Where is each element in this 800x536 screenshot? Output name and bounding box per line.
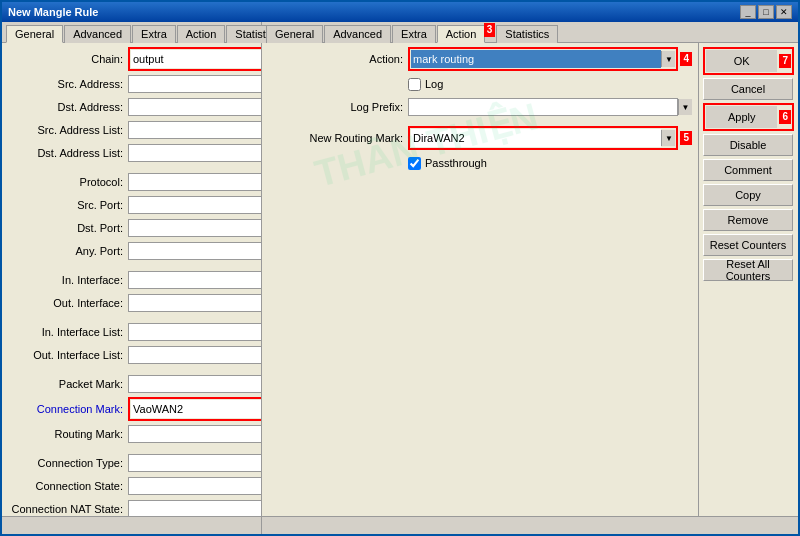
apply-row: Apply 6 <box>703 103 794 131</box>
log-label: Log <box>425 78 443 90</box>
new-routing-mark-label: New Routing Mark: <box>268 132 408 144</box>
out-interface-list-input[interactable] <box>128 346 261 364</box>
src-address-list-input[interactable] <box>128 121 261 139</box>
dst-port-row: Dst. Port: <box>8 218 255 238</box>
routing-mark-input-left[interactable] <box>128 425 261 443</box>
dst-address-list-row: Dst. Address List: <box>8 143 255 163</box>
src-port-input[interactable] <box>128 196 261 214</box>
action-row: Action: ▼ 4 <box>268 47 692 71</box>
out-interface-label: Out. Interface: <box>8 297 128 309</box>
title-bar: New Mangle Rule _ □ ✕ <box>2 2 798 22</box>
right-tab-general[interactable]: General <box>266 25 323 43</box>
right-panel-body: Action: ▼ 4 Log <box>262 43 698 516</box>
dst-address-input[interactable] <box>128 98 261 116</box>
chain-label: Chain: <box>8 53 128 65</box>
routing-mark-label-left: Routing Mark: <box>8 428 128 440</box>
connection-mark-input[interactable] <box>131 400 261 418</box>
annotation-5: 5 <box>680 131 692 145</box>
log-prefix-input[interactable] <box>408 98 678 116</box>
src-address-row: Src. Address: <box>8 74 255 94</box>
right-tab-action[interactable]: Action <box>437 25 486 43</box>
any-port-row: Any. Port: <box>8 241 255 261</box>
left-tabs: General Advanced Extra Action Statistics <box>2 22 261 43</box>
log-row: Log <box>268 74 692 94</box>
ok-button[interactable]: OK <box>706 50 777 72</box>
remove-button[interactable]: Remove <box>703 209 793 231</box>
action-sidebar: OK 7 Cancel Apply 6 Disable Comment Copy… <box>698 43 798 516</box>
src-port-row: Src. Port: <box>8 195 255 215</box>
window-title: New Mangle Rule <box>8 6 98 18</box>
left-tab-advanced[interactable]: Advanced <box>64 25 131 43</box>
right-bottom-bar <box>262 516 798 534</box>
connection-state-row: Connection State: <box>8 476 255 496</box>
out-interface-list-label: Out. Interface List: <box>8 349 128 361</box>
connection-type-row: Connection Type: <box>8 453 255 473</box>
copy-button[interactable]: Copy <box>703 184 793 206</box>
src-address-input[interactable] <box>128 75 261 93</box>
dst-port-label: Dst. Port: <box>8 222 128 234</box>
log-checkbox[interactable] <box>408 78 421 91</box>
left-tab-general[interactable]: General <box>6 25 63 43</box>
chain-input[interactable] <box>131 50 261 68</box>
annotation-3: 3 <box>484 23 496 37</box>
new-routing-mark-input[interactable] <box>411 129 661 147</box>
minimize-button[interactable]: _ <box>740 5 756 19</box>
action-dropdown-arrow[interactable]: ▼ <box>661 51 675 67</box>
apply-button[interactable]: Apply <box>706 106 777 128</box>
main-window: New Mangle Rule _ □ ✕ General Advanced E… <box>0 0 800 536</box>
in-interface-input[interactable] <box>128 271 261 289</box>
connection-nat-state-label: Connection NAT State: <box>8 503 128 515</box>
passthrough-checkbox[interactable] <box>408 157 421 170</box>
cancel-button[interactable]: Cancel <box>703 78 793 100</box>
dst-address-row: Dst. Address: <box>8 97 255 117</box>
action-label: Action: <box>268 53 408 65</box>
connection-state-input[interactable] <box>128 477 261 495</box>
protocol-input[interactable] <box>128 173 261 191</box>
in-interface-list-input[interactable] <box>128 323 261 341</box>
in-interface-row: In. Interface: <box>8 270 255 290</box>
disable-button[interactable]: Disable <box>703 134 793 156</box>
maximize-button[interactable]: □ <box>758 5 774 19</box>
ok-row: OK 7 <box>703 47 794 75</box>
right-tabs: General Advanced Extra Action 3 Statisti… <box>262 22 798 43</box>
right-tab-statistics[interactable]: Statistics <box>496 25 558 43</box>
out-interface-input[interactable] <box>128 294 261 312</box>
out-interface-list-row: Out. Interface List: <box>8 345 255 365</box>
action-input[interactable] <box>411 50 661 68</box>
reset-all-counters-button[interactable]: Reset All Counters <box>703 259 793 281</box>
new-routing-mark-row: New Routing Mark: ▼ 5 <box>268 126 692 150</box>
log-prefix-label: Log Prefix: <box>268 101 408 113</box>
routing-mark-arrow[interactable]: ▼ <box>661 130 675 146</box>
dst-address-list-input[interactable] <box>128 144 261 162</box>
right-tab-advanced[interactable]: Advanced <box>324 25 391 43</box>
annotation-7: 7 <box>779 54 791 68</box>
packet-mark-input[interactable] <box>128 375 261 393</box>
left-tab-action[interactable]: Action <box>177 25 226 43</box>
chain-row: Chain: 1 <box>8 47 255 71</box>
comment-button[interactable]: Comment <box>703 159 793 181</box>
in-interface-list-label: In. Interface List: <box>8 326 128 338</box>
connection-state-label: Connection State: <box>8 480 128 492</box>
main-content: General Advanced Extra Action Statistics… <box>2 22 798 534</box>
window-controls: _ □ ✕ <box>740 5 792 19</box>
src-address-label: Src. Address: <box>8 78 128 90</box>
dst-address-label: Dst. Address: <box>8 101 128 113</box>
connection-type-label: Connection Type: <box>8 457 128 469</box>
log-prefix-arrow[interactable]: ▼ <box>678 99 692 115</box>
in-interface-label: In. Interface: <box>8 274 128 286</box>
protocol-label: Protocol: <box>8 176 128 188</box>
connection-nat-state-input[interactable] <box>128 500 261 516</box>
close-button[interactable]: ✕ <box>776 5 792 19</box>
left-tab-extra[interactable]: Extra <box>132 25 176 43</box>
right-tab-extra[interactable]: Extra <box>392 25 436 43</box>
connection-type-input[interactable] <box>128 454 261 472</box>
routing-mark-row-left: Routing Mark: <box>8 424 255 444</box>
packet-mark-label: Packet Mark: <box>8 378 128 390</box>
reset-counters-button[interactable]: Reset Counters <box>703 234 793 256</box>
any-port-input[interactable] <box>128 242 261 260</box>
dst-port-input[interactable] <box>128 219 261 237</box>
annotation-4: 4 <box>680 52 692 66</box>
left-panel: General Advanced Extra Action Statistics… <box>2 22 262 534</box>
log-prefix-row: Log Prefix: ▼ <box>268 97 692 117</box>
connection-mark-label: Connection Mark: <box>8 403 128 415</box>
